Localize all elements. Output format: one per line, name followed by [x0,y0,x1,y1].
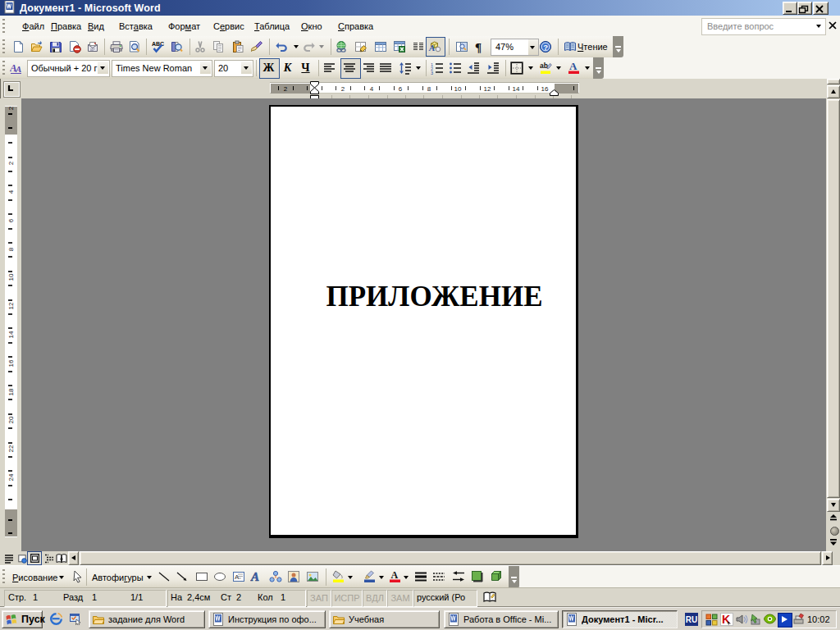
svg-text:?: ? [543,43,548,52]
svg-text:3: 3 [431,71,433,75]
svg-text:A: A [569,61,578,72]
svg-text:¶: ¶ [475,41,482,54]
svg-text:ab: ab [540,62,548,70]
svg-text:A: A [15,64,21,74]
svg-text:K: K [722,613,730,626]
svg-text:А: А [391,569,399,581]
svg-text:A: A [250,570,259,583]
svg-text:A: A [428,43,435,52]
